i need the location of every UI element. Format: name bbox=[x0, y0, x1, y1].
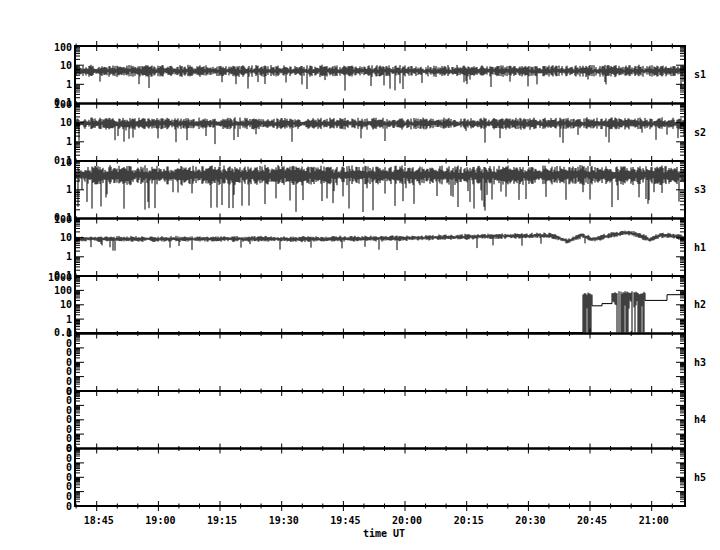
x-tick-label: 19:45 bbox=[330, 515, 360, 526]
y-tick-label: 0 bbox=[66, 501, 72, 512]
x-axis-title: time UT bbox=[363, 528, 405, 539]
y-tick-label: 100 bbox=[54, 285, 72, 296]
y-tick-label: 10 bbox=[60, 232, 72, 243]
y-tick-label: 10 bbox=[60, 299, 72, 310]
x-tick-label: 20:30 bbox=[515, 515, 545, 526]
x-tick-label: 19:00 bbox=[145, 515, 175, 526]
y-tick-label: 1 bbox=[66, 251, 72, 262]
channel-label-h3: h3 bbox=[694, 357, 706, 368]
y-tick-label: 1000 bbox=[48, 272, 72, 283]
channel-label-s1: s1 bbox=[694, 69, 706, 80]
x-tick-label: 19:30 bbox=[269, 515, 299, 526]
channel-label-s3: s3 bbox=[694, 184, 706, 195]
x-tick-label: 21:00 bbox=[639, 515, 669, 526]
x-tick-label: 19:15 bbox=[207, 515, 237, 526]
y-tick-label: 100 bbox=[54, 42, 72, 53]
y-tick-label: 10 bbox=[60, 157, 72, 168]
channel-label-h1: h1 bbox=[694, 242, 706, 253]
y-tick-label: 1 bbox=[66, 136, 72, 147]
y-tick-label: 1 bbox=[66, 184, 72, 195]
channel-label-h2: h2 bbox=[694, 299, 706, 310]
y-tick-label: 1 bbox=[66, 314, 72, 325]
y-tick-label: 100 bbox=[54, 214, 72, 225]
x-tick-label: 20:00 bbox=[392, 515, 422, 526]
plot-area: 1001010.11001010.11010.11001010.11000100… bbox=[0, 0, 720, 550]
channel-label-s2: s2 bbox=[694, 127, 706, 138]
x-tick-label: 20:15 bbox=[454, 515, 484, 526]
y-tick-label: 1 bbox=[66, 79, 72, 90]
channel-label-h5: h5 bbox=[694, 472, 706, 483]
x-tick-label: 18:45 bbox=[84, 515, 114, 526]
x-tick-label: 20:45 bbox=[577, 515, 607, 526]
y-tick-label: 10 bbox=[60, 117, 72, 128]
y-tick-label: 10 bbox=[60, 60, 72, 71]
screenshot-root: INTERBALL-Tail RF15-I HARD/SOFT X-RAY EM… bbox=[0, 0, 720, 550]
y-tick-label: 100 bbox=[54, 99, 72, 110]
channel-label-h4: h4 bbox=[694, 414, 706, 425]
